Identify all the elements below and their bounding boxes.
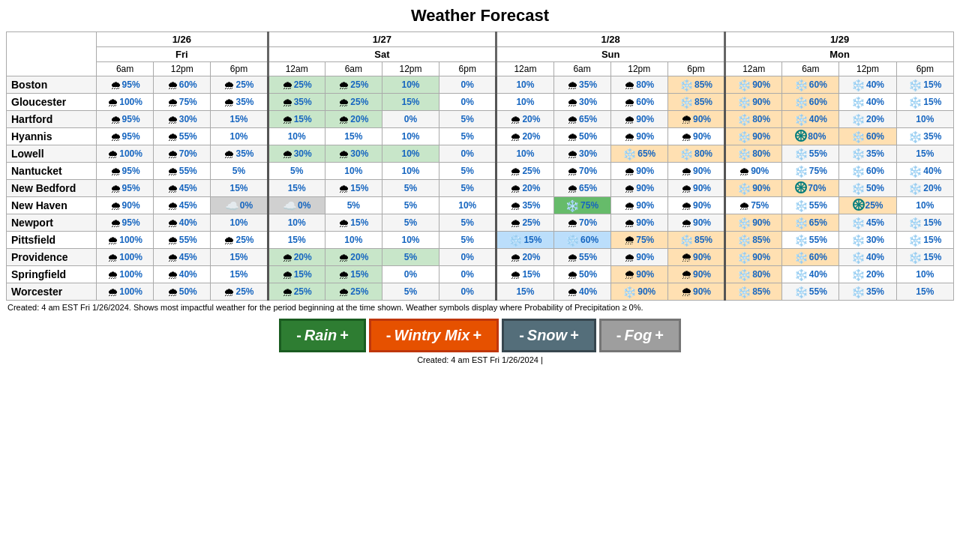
precipitation-pct: 0% <box>404 114 417 124</box>
rain-icon: 🌧 <box>167 200 178 211</box>
precipitation-pct: 10% <box>344 235 362 245</box>
forecast-cell: ❄️30% <box>839 232 896 249</box>
precipitation-pct: 10% <box>402 79 420 90</box>
forecast-cell: 🌧100% <box>97 283 154 301</box>
rain-icon: 🌧 <box>681 183 692 194</box>
rain-icon: 🌧 <box>624 200 635 211</box>
legend-rain[interactable]: - Rain + <box>279 319 366 352</box>
precipitation-pct: 20% <box>522 252 540 262</box>
rain-icon: 🌧 <box>167 286 178 298</box>
snow-icon: ❄️ <box>908 79 922 91</box>
rain-icon: 🌧 <box>110 183 122 194</box>
page: Weather Forecast 1/26 1/27 1/28 1/29 Fri… <box>0 0 960 373</box>
precipitation-pct: 50% <box>579 131 597 142</box>
precipitation-pct: 55% <box>579 252 597 262</box>
forecast-cell: 🌧90% <box>610 214 668 232</box>
forecast-cell: 🌧25% <box>496 163 554 180</box>
forecast-cell: 🌧20% <box>325 111 382 128</box>
forecast-cell: 🌧90% <box>97 197 154 214</box>
rain-icon: 🌧 <box>282 79 293 91</box>
forecast-cell: 🌧15% <box>496 266 554 283</box>
precipitation-pct: 60% <box>636 97 654 107</box>
rain-icon: 🌧 <box>681 200 692 211</box>
snow-icon: ❄️ <box>851 286 866 298</box>
precipitation-pct: 15% <box>288 183 306 193</box>
precipitation-pct: 25% <box>350 79 368 90</box>
precipitation-pct: 30% <box>866 235 884 245</box>
rain-icon: 🌧 <box>624 97 635 108</box>
forecast-cell: 🌧90% <box>668 197 724 214</box>
forecast-cell: 10% <box>382 128 439 145</box>
day-mon: Mon <box>725 47 954 62</box>
snow-icon: ❄️ <box>908 131 922 142</box>
forecast-cell: ❄️15% <box>896 232 953 249</box>
precipitation-pct: 100% <box>119 269 142 280</box>
snow-icon: ❄️ <box>737 269 752 280</box>
city-name: Gloucester <box>7 94 97 111</box>
precipitation-pct: 25% <box>522 217 540 228</box>
precipitation-pct: 10% <box>516 97 534 107</box>
forecast-cell: 🌧40% <box>154 266 211 283</box>
forecast-cell: 0% <box>440 145 496 163</box>
precipitation-pct: 15% <box>350 269 368 280</box>
city-name: Hyannis <box>7 128 97 145</box>
rain-icon: 🌧 <box>282 252 293 263</box>
legend-mix[interactable]: - Wintry Mix + <box>369 319 499 352</box>
forecast-cell: 5% <box>268 163 325 180</box>
forecast-cell: ❄️45% <box>839 214 896 232</box>
forecast-cell: ❄️55% <box>782 232 839 249</box>
precipitation-pct: 35% <box>866 286 884 297</box>
rain-icon: 🌧 <box>107 148 118 160</box>
forecast-cell: 🌧25% <box>496 214 554 232</box>
forecast-cell: 🌧95% <box>97 76 154 94</box>
precipitation-pct: 15% <box>516 286 534 297</box>
rain-icon: 🌧 <box>739 166 750 177</box>
precipitation-pct: 85% <box>752 235 770 245</box>
forecast-cell: ❄️90% <box>725 76 782 94</box>
precipitation-pct: 35% <box>294 97 312 107</box>
precipitation-pct: 85% <box>694 97 712 107</box>
legend-fog[interactable]: - Fog + <box>599 319 681 352</box>
forecast-cell: 🌧90% <box>610 111 668 128</box>
forecast-cell: 0% <box>382 266 439 283</box>
forecast-cell: 0% <box>440 266 496 283</box>
rain-icon: 🌧 <box>567 286 578 298</box>
precipitation-pct: 20% <box>350 252 368 262</box>
snow-red-icon <box>853 199 865 212</box>
forecast-cell: 🌧95% <box>97 214 154 232</box>
forecast-cell: 🌧45% <box>154 197 211 214</box>
precipitation-pct: 50% <box>579 269 597 280</box>
snow-icon: ❄️ <box>851 183 866 194</box>
forecast-cell: ❄️90% <box>725 128 782 145</box>
rain-icon: 🌧 <box>224 286 235 298</box>
legend-snow[interactable]: - Snow + <box>502 319 596 352</box>
forecast-cell: 5% <box>382 214 439 232</box>
precipitation-pct: 0% <box>461 97 474 107</box>
date-129: 1/29 <box>725 32 954 47</box>
forecast-cell: 0% <box>440 76 496 94</box>
precipitation-pct: 10% <box>402 166 420 176</box>
rain-icon: 🌧 <box>681 217 692 229</box>
precipitation-pct: 20% <box>522 183 540 193</box>
precipitation-pct: 35% <box>579 79 597 90</box>
precipitation-pct: 90% <box>636 131 654 142</box>
forecast-cell: 🌧55% <box>554 249 610 266</box>
snow-icon: ❄️ <box>908 235 922 246</box>
precipitation-pct: 35% <box>236 97 254 107</box>
snow-icon: ❄️ <box>851 252 866 263</box>
forecast-cell: 🌧25% <box>211 76 268 94</box>
forecast-cell: 5% <box>325 197 382 214</box>
forecast-cell: 🌧25% <box>268 76 325 94</box>
precipitation-pct: 55% <box>179 131 197 142</box>
table-row: Lowell🌧100%🌧70%🌧35%🌧30%🌧30%10%0%10%🌧30%❄… <box>7 145 954 163</box>
forecast-cell: 🌧65% <box>554 180 610 197</box>
precipitation-pct: 65% <box>809 217 827 228</box>
precipitation-pct: 30% <box>350 148 368 159</box>
rain-icon: 🌧 <box>167 97 178 108</box>
precipitation-pct: 40% <box>179 217 197 228</box>
forecast-cell: 🌧25% <box>325 283 382 301</box>
snow-icon: ❄️ <box>851 166 866 177</box>
forecast-cell: 70% <box>782 180 839 197</box>
snow-icon: ❄️ <box>737 252 752 263</box>
precipitation-pct: 5% <box>404 200 417 211</box>
